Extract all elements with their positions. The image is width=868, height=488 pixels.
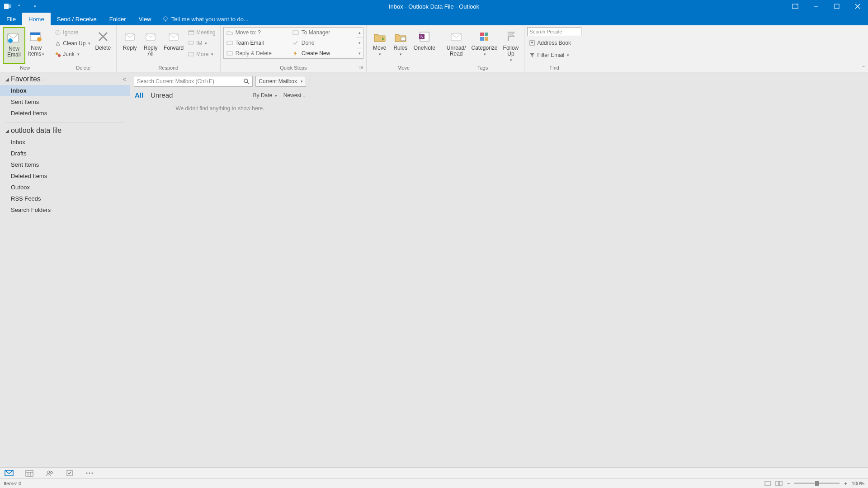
svg-rect-54 bbox=[779, 481, 782, 486]
nav-separator bbox=[5, 122, 124, 123]
fav-inbox[interactable]: Inbox bbox=[0, 85, 130, 96]
new-items-label: New Items▾ bbox=[28, 45, 44, 57]
forward-button[interactable]: Forward bbox=[161, 27, 186, 64]
fav-sent-items[interactable]: Sent Items bbox=[0, 96, 130, 108]
search-icon[interactable] bbox=[243, 78, 250, 84]
collapse-folder-pane-icon[interactable]: < bbox=[123, 76, 126, 83]
search-people-input[interactable]: Search People bbox=[527, 27, 581, 36]
junk-button[interactable]: Junk▾ bbox=[53, 49, 92, 60]
nav-mail-icon[interactable] bbox=[5, 469, 14, 477]
nav-calendar-icon[interactable] bbox=[25, 469, 33, 477]
meeting-button[interactable]: Meeting bbox=[186, 27, 217, 38]
qs-expand[interactable]: ▾ bbox=[356, 48, 363, 58]
follow-up-button[interactable]: Follow Up▾ bbox=[500, 27, 522, 64]
reply-all-label: Reply All bbox=[144, 45, 158, 57]
zoom-slider[interactable] bbox=[794, 483, 840, 484]
filter-unread[interactable]: Unread bbox=[151, 91, 173, 99]
collapse-ribbon-icon[interactable]: ⌃ bbox=[862, 65, 865, 70]
delete-button[interactable]: Delete bbox=[92, 27, 113, 64]
qs-team-email[interactable]: Team Email bbox=[224, 38, 290, 48]
ribbon-display-options[interactable] bbox=[785, 0, 806, 13]
cleanup-label: Clean Up bbox=[63, 40, 85, 47]
reply-all-button[interactable]: Reply All bbox=[140, 27, 161, 64]
quick-steps-gallery[interactable]: Move to: ? Team Email Reply & Delete To … bbox=[223, 27, 363, 59]
search-scope-dropdown[interactable]: Current Mailbox▾ bbox=[255, 76, 306, 87]
df-rss-feeds[interactable]: RSS Feeds bbox=[0, 193, 130, 204]
categorize-button[interactable]: Categorize▾ bbox=[469, 27, 500, 64]
filter-email-label: Filter Email bbox=[537, 52, 564, 58]
qs-reply-delete[interactable]: Reply & Delete bbox=[224, 48, 290, 58]
tell-me-label: Tell me what you want to do... bbox=[171, 16, 249, 23]
reply-button[interactable]: Reply bbox=[119, 27, 140, 64]
df-sent-items[interactable]: Sent Items bbox=[0, 159, 130, 170]
ribbon: New Email New Items▾ New Ignore Clean Up… bbox=[0, 25, 868, 72]
sort-newest[interactable]: Newest ↓ bbox=[283, 92, 305, 99]
fav-deleted-items[interactable]: Deleted Items bbox=[0, 108, 130, 119]
move-button[interactable]: Move▾ bbox=[369, 27, 390, 64]
zoom-level[interactable]: 100% bbox=[852, 481, 864, 486]
tab-view[interactable]: View bbox=[132, 13, 158, 25]
onenote-icon: N bbox=[417, 29, 432, 44]
df-inbox[interactable]: Inbox bbox=[0, 136, 130, 148]
ignore-icon bbox=[55, 29, 61, 36]
df-deleted-items[interactable]: Deleted Items bbox=[0, 170, 130, 182]
new-items-button[interactable]: New Items▾ bbox=[25, 27, 47, 64]
cleanup-icon bbox=[55, 40, 61, 47]
view-reading-icon[interactable] bbox=[775, 481, 783, 486]
meeting-icon bbox=[188, 30, 194, 35]
tab-folder[interactable]: Folder bbox=[103, 13, 132, 25]
tab-file[interactable]: File bbox=[0, 13, 22, 25]
tab-home[interactable]: Home bbox=[22, 13, 51, 25]
nav-more-icon[interactable] bbox=[85, 471, 94, 475]
qs-to-manager[interactable]: To Manager bbox=[290, 28, 356, 38]
tab-send-receive[interactable]: Send / Receive bbox=[51, 13, 103, 25]
filter-email-button[interactable]: Filter Email▾ bbox=[527, 50, 581, 61]
filter-all[interactable]: All bbox=[135, 91, 143, 99]
zoom-out-icon[interactable]: − bbox=[787, 481, 790, 486]
nav-tasks-icon[interactable] bbox=[66, 469, 73, 477]
view-normal-icon[interactable] bbox=[764, 481, 771, 486]
qs-done[interactable]: Done bbox=[290, 38, 356, 48]
qat-customize-icon[interactable]: ▾ bbox=[31, 2, 39, 10]
qs-move-to[interactable]: Move to: ? bbox=[224, 28, 290, 38]
im-button[interactable]: IM▾ bbox=[186, 38, 217, 49]
lightbulb-icon bbox=[162, 16, 169, 22]
svg-point-10 bbox=[8, 38, 13, 43]
reply-all-icon bbox=[143, 29, 158, 44]
new-email-button[interactable]: New Email bbox=[3, 27, 25, 64]
rules-button[interactable]: Rules▾ bbox=[390, 27, 411, 64]
address-book-button[interactable]: Address Book bbox=[527, 38, 581, 48]
sort-by-date[interactable]: By Date ▾ bbox=[253, 92, 277, 99]
unread-read-button[interactable]: Unread/ Read bbox=[444, 27, 469, 64]
qs-create-new[interactable]: Create New bbox=[290, 48, 356, 58]
tell-me-search[interactable]: Tell me what you want to do... bbox=[158, 13, 249, 25]
svg-rect-26 bbox=[227, 52, 232, 55]
svg-rect-12 bbox=[30, 33, 40, 35]
undo-icon[interactable] bbox=[17, 2, 25, 10]
more-respond-button[interactable]: More▾ bbox=[186, 49, 217, 60]
qs-scroll-down[interactable]: ▾ bbox=[356, 38, 363, 48]
junk-icon bbox=[55, 51, 61, 57]
search-mailbox-input[interactable]: Search Current Mailbox (Ctrl+E) bbox=[134, 76, 253, 87]
qs-scroll-up[interactable]: ▴ bbox=[356, 28, 363, 38]
nav-people-icon[interactable] bbox=[45, 469, 54, 477]
qs-launcher-icon[interactable]: ◲ bbox=[359, 65, 363, 70]
reply-label: Reply bbox=[123, 45, 137, 51]
svg-point-46 bbox=[47, 471, 50, 474]
minimize-button[interactable] bbox=[806, 0, 826, 13]
message-filter-row: All Unread By Date ▾ Newest ↓ bbox=[130, 89, 310, 102]
df-outbox[interactable]: Outbox bbox=[0, 182, 130, 193]
close-button[interactable] bbox=[847, 0, 868, 13]
maximize-button[interactable] bbox=[826, 0, 847, 13]
cleanup-button[interactable]: Clean Up▾ bbox=[53, 38, 92, 49]
svg-rect-27 bbox=[293, 31, 298, 34]
df-search-folders[interactable]: Search Folders bbox=[0, 204, 130, 216]
svg-rect-4 bbox=[835, 4, 839, 9]
df-drafts[interactable]: Drafts bbox=[0, 148, 130, 159]
data-file-header[interactable]: ◢ outlook data file bbox=[0, 127, 130, 136]
favorites-header[interactable]: ◢ Favorites < bbox=[0, 72, 130, 85]
unread-icon bbox=[448, 29, 464, 44]
onenote-button[interactable]: NOneNote bbox=[411, 27, 438, 64]
zoom-in-icon[interactable]: + bbox=[844, 481, 847, 486]
ignore-button[interactable]: Ignore bbox=[53, 27, 92, 38]
